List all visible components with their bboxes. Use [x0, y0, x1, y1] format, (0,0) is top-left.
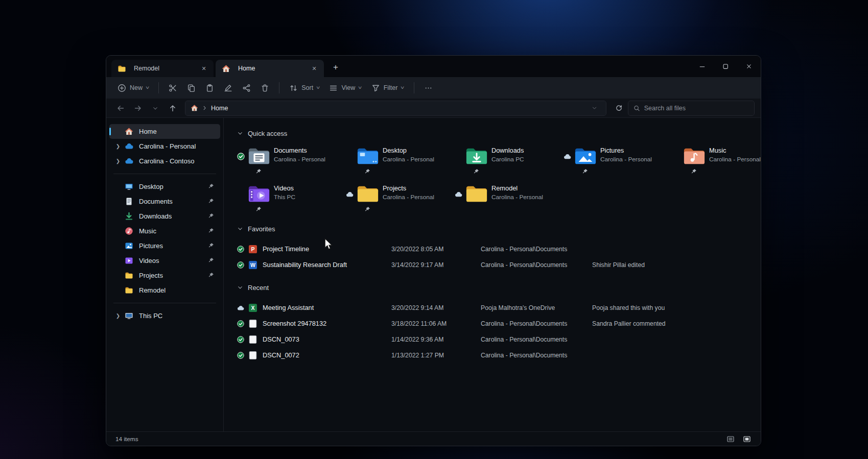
new-tab-button[interactable]: +: [328, 60, 343, 75]
tile-location: Carolina PC: [491, 156, 564, 163]
quick-access-tile[interactable]: Pictures Carolina - Personal: [564, 144, 672, 177]
quick-access-tile[interactable]: Projects Carolina - Personal: [346, 182, 455, 215]
breadcrumb-segment[interactable]: Home: [211, 105, 228, 112]
expand-chevron-icon[interactable]: ❯: [113, 313, 123, 319]
quick-access-tile[interactable]: Desktop Carolina - Personal: [346, 144, 455, 177]
tile-location: Carolina - Personal: [600, 156, 672, 163]
tile-name: Downloads: [491, 147, 564, 154]
section-recent-header[interactable]: Recent: [237, 282, 761, 293]
rename-icon: [224, 84, 232, 92]
expand-chevron-icon[interactable]: ❯: [113, 158, 123, 164]
tab-close-icon[interactable]: ✕: [309, 63, 320, 74]
folder-pictures-icon: [574, 146, 597, 166]
file-row[interactable]: X Meeting Assistant 3/20/2022 9:14 AM Po…: [237, 300, 761, 316]
sidebar-item[interactable]: Downloads: [109, 209, 220, 224]
sidebar-item[interactable]: Music: [109, 224, 220, 238]
sidebar-item[interactable]: ❯ Carolina - Contoso: [109, 154, 220, 168]
tile-name: Projects: [383, 184, 455, 192]
sidebar-item-label: Documents: [139, 198, 206, 205]
pin-icon: [208, 198, 215, 205]
quick-access-tile[interactable]: Remodel Carolina - Personal: [455, 182, 564, 215]
sidebar-item[interactable]: Home: [109, 124, 220, 139]
filter-label: Filter: [384, 84, 398, 91]
file-path: Carolina - Personal\Documents: [481, 352, 592, 359]
details-view-button[interactable]: [724, 433, 737, 445]
recent-locations-button[interactable]: [147, 101, 163, 116]
tile-name: Documents: [274, 147, 346, 154]
view-button[interactable]: View ˅: [325, 80, 365, 96]
files-pane: Quick access Documents Carolina - Person…: [224, 118, 761, 431]
file-name: Sustainability Research Draft: [263, 261, 391, 269]
section-quick-access-header[interactable]: Quick access: [237, 128, 761, 138]
sidebar-item[interactable]: Remodel: [109, 283, 220, 298]
tile-location: This PC: [274, 194, 346, 201]
sidebar-item[interactable]: Pictures: [109, 238, 220, 253]
sidebar-item[interactable]: Projects: [109, 268, 220, 283]
svg-text:W: W: [250, 262, 255, 268]
close-button[interactable]: [737, 56, 761, 77]
sidebar-item[interactable]: ❯ Carolina - Personal: [109, 139, 220, 154]
up-button[interactable]: [165, 101, 181, 116]
file-row[interactable]: P Project Timeline 3/20/2022 8:05 AM Car…: [237, 241, 761, 257]
sidebar-item-label: Downloads: [139, 212, 206, 220]
sidebar-item-label: This PC: [139, 312, 220, 320]
file-row[interactable]: W Sustainability Research Draft 3/14/202…: [237, 257, 761, 273]
desktop-wallpaper: Remodel ✕ Home ✕ + New ˅: [0, 0, 868, 459]
file-name: Meeting Assistant: [263, 304, 391, 311]
sort-button[interactable]: Sort ˅: [285, 80, 323, 96]
sidebar-item[interactable]: Videos: [109, 253, 220, 268]
cloud-status-icon: [237, 304, 244, 311]
back-button[interactable]: [112, 101, 129, 116]
large-icons-view-button[interactable]: [740, 433, 754, 445]
tab-remodel[interactable]: Remodel ✕: [111, 60, 214, 77]
tab-close-icon[interactable]: ✕: [198, 63, 209, 74]
minimize-button[interactable]: [690, 56, 714, 77]
quick-access-tile[interactable]: Documents Carolina - Personal: [237, 144, 346, 177]
quick-access-tile[interactable]: Downloads Carolina PC: [455, 144, 564, 177]
maximize-button[interactable]: [714, 56, 737, 77]
new-label: New: [130, 84, 143, 91]
synced-icon: [237, 336, 244, 343]
trash-icon: [261, 84, 269, 92]
file-row[interactable]: Screenshot 29478132 3/18/2022 11:06 AM C…: [237, 316, 761, 331]
tile-name: Music: [709, 147, 761, 154]
quick-access-tile[interactable]: Music Carolina - Personal: [672, 144, 761, 177]
synced-icon: [237, 352, 244, 359]
file-row[interactable]: DSCN_0073 1/14/2022 9:36 AM Carolina - P…: [237, 331, 761, 347]
new-button[interactable]: New ˅: [113, 80, 153, 96]
expand-chevron-icon[interactable]: ❯: [113, 143, 123, 149]
more-options-button[interactable]: [420, 80, 437, 96]
quick-access-tile[interactable]: Videos This PC: [237, 182, 346, 215]
status-bar: 14 items: [106, 431, 761, 446]
refresh-button[interactable]: [611, 101, 627, 116]
share-button[interactable]: [238, 80, 255, 96]
address-dropdown-button[interactable]: [588, 102, 601, 114]
breadcrumb[interactable]: Home: [185, 101, 606, 116]
forward-button[interactable]: [130, 101, 146, 116]
toolbar-divider: [279, 82, 279, 93]
tab-home[interactable]: Home ✕: [216, 60, 324, 77]
image-icon: [248, 335, 257, 344]
copy-button[interactable]: [183, 80, 200, 96]
file-activity: Sandra Pallier commented: [592, 320, 761, 327]
cloud-status-icon: [455, 190, 462, 198]
rename-button[interactable]: [220, 80, 237, 96]
sidebar-item[interactable]: Documents: [109, 194, 220, 209]
delete-button[interactable]: [256, 80, 273, 96]
file-row[interactable]: DSCN_0072 1/13/2022 1:27 PM Carolina - P…: [237, 347, 761, 363]
file-date: 1/13/2022 1:27 PM: [391, 352, 481, 359]
section-favorites-header[interactable]: Favorites: [237, 224, 761, 234]
pin-icon: [364, 167, 370, 177]
sidebar-item[interactable]: ❯ This PC: [109, 308, 220, 323]
sidebar-item[interactable]: Desktop: [109, 179, 220, 194]
search-box[interactable]: [628, 101, 755, 116]
paste-button[interactable]: [201, 80, 218, 96]
search-input[interactable]: [644, 105, 749, 112]
chevron-down-icon: ˅: [358, 85, 362, 90]
filter-button[interactable]: Filter ˅: [367, 80, 408, 96]
sidebar-divider: [113, 303, 216, 303]
tile-name: Videos: [274, 184, 346, 192]
synced-icon: [237, 153, 245, 160]
cut-button[interactable]: [165, 80, 181, 96]
navigation-pane: Home ❯ Carolina - Personal ❯ Carolina - …: [106, 118, 224, 431]
